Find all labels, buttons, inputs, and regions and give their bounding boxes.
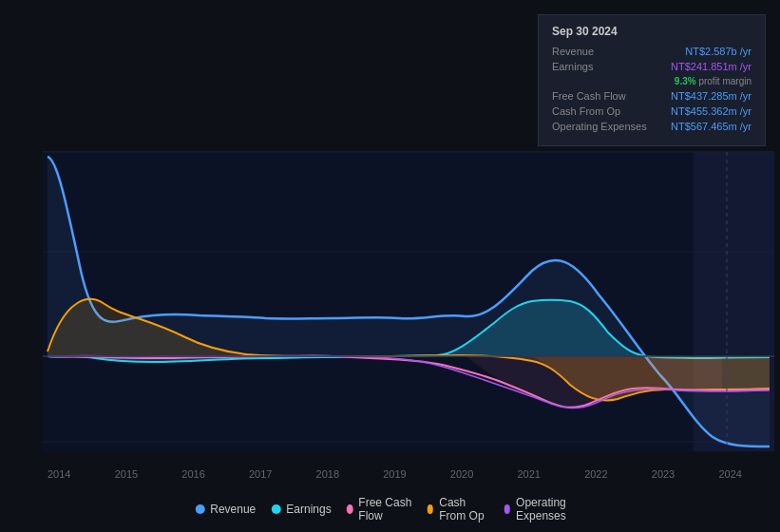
x-label-2024: 2024 [718,468,741,480]
legend-item-opex[interactable]: Operating Expenses [504,496,584,522]
tooltip-row-revenue: Revenue NT$2.587b /yr [552,46,751,57]
tooltip-row-cashfromop: Cash From Op NT$455.362m /yr [552,105,751,117]
x-label-2015: 2015 [115,468,138,480]
tooltip-label-opex: Operating Expenses [552,121,647,132]
tooltip-label-earnings: Earnings [552,61,593,72]
tooltip-date: Sep 30 2024 [552,25,751,38]
legend-label-revenue: Revenue [210,503,256,516]
legend-item-earnings[interactable]: Earnings [271,503,331,516]
tooltip-value-freecash: NT$437.285m /yr [671,90,751,102]
legend: Revenue Earnings Free Cash Flow Cash Fro… [195,496,585,522]
tooltip-value-earnings: NT$241.851m /yr [671,61,751,72]
chart-svg [0,147,780,461]
tooltip-box: Sep 30 2024 Revenue NT$2.587b /yr Earnin… [538,14,766,146]
legend-item-revenue[interactable]: Revenue [195,503,256,516]
legend-label-opex: Operating Expenses [516,496,585,522]
chart-container: Sep 30 2024 Revenue NT$2.587b /yr Earnin… [0,0,780,532]
tooltip-value-revenue: NT$2.587b /yr [685,46,751,57]
legend-item-cashfromop[interactable]: Cash From Op [428,496,489,522]
margin-text: 9.3% profit margin [675,76,751,86]
x-label-2022: 2022 [584,468,607,480]
svg-rect-5 [43,152,774,451]
tooltip-label-freecash: Free Cash Flow [552,90,626,102]
legend-item-freecash[interactable]: Free Cash Flow [347,496,412,522]
x-label-2017: 2017 [249,468,272,480]
tooltip-value-opex: NT$567.465m /yr [671,121,751,132]
legend-dot-freecash [347,504,353,514]
tooltip-label-revenue: Revenue [552,46,594,57]
x-label-2016: 2016 [181,468,204,480]
legend-label-earnings: Earnings [286,503,331,516]
x-axis: 2014 2015 2016 2017 2018 2019 2020 2021 … [0,468,780,480]
profit-pct: 9.3% [675,76,696,86]
legend-dot-earnings [271,504,280,514]
tooltip-row-opex: Operating Expenses NT$567.465m /yr [552,121,751,132]
x-label-2014: 2014 [48,468,70,480]
legend-label-cashfromop: Cash From Op [439,496,488,522]
tooltip-row-earnings: Earnings NT$241.851m /yr [552,61,751,72]
legend-dot-cashfromop [428,504,434,514]
tooltip-value-cashfromop: NT$455.362m /yr [671,105,751,117]
x-label-2019: 2019 [383,468,406,480]
tooltip-label-cashfromop: Cash From Op [552,105,620,117]
x-label-2018: 2018 [316,468,339,480]
x-label-2020: 2020 [450,468,473,480]
tooltip-row-freecash: Free Cash Flow NT$437.285m /yr [552,90,751,102]
x-label-2023: 2023 [652,468,675,480]
legend-dot-revenue [195,504,204,514]
x-label-2021: 2021 [517,468,540,480]
margin-row: 9.3% profit margin [552,76,751,86]
legend-label-freecash: Free Cash Flow [358,496,411,522]
legend-dot-opex [504,504,510,514]
